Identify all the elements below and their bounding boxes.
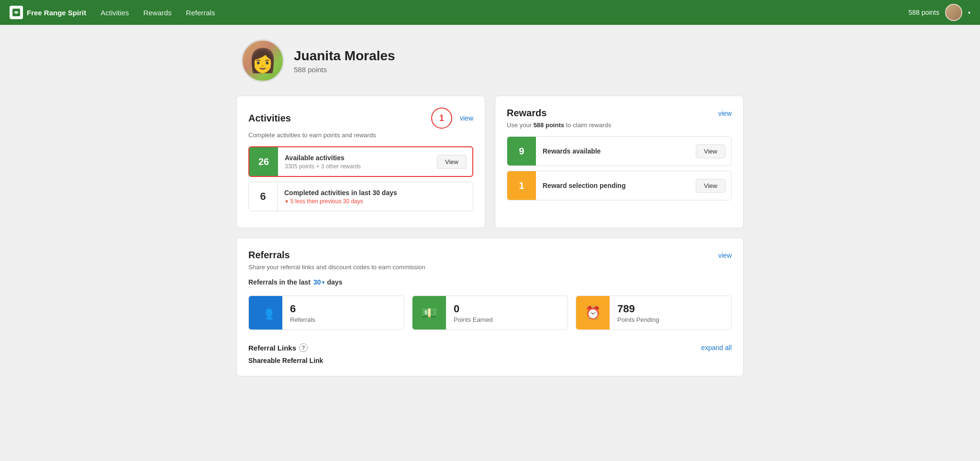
referrals-stat-info: 6 Referrals xyxy=(282,298,404,328)
points-pending-stat-info: 789 Points Pending xyxy=(610,298,731,328)
referral-links-section: Referral Links ? expand all Shareable Re… xyxy=(248,343,732,364)
nav-user-avatar[interactable] xyxy=(945,4,962,21)
brand[interactable]: Free Range Spirit xyxy=(10,6,86,19)
referral-links-title: Referral Links ? xyxy=(248,343,308,352)
rewards-card: Rewards view Use your 588 points to clai… xyxy=(495,96,744,228)
nav-activities[interactable]: Activities xyxy=(100,9,129,17)
points-earned-number: 0 xyxy=(454,303,560,315)
filter-suffix: days xyxy=(327,278,343,286)
info-icon[interactable]: ? xyxy=(299,343,308,352)
rewards-row-available: 9 Rewards available View xyxy=(507,136,732,166)
notification-number: 1 xyxy=(439,113,444,123)
rewards-subtitle-points: 588 points xyxy=(534,121,564,129)
available-badge-value: 26 xyxy=(258,156,269,167)
referrals-view-link[interactable]: view xyxy=(718,252,732,259)
points-pending-icon-box: ⏰ xyxy=(576,296,610,329)
points-earned-icon: 💵 xyxy=(422,306,437,320)
referrals-number: 6 xyxy=(290,303,396,315)
nav-rewards[interactable]: Rewards xyxy=(143,9,171,17)
referrals-icon: 👥 xyxy=(258,306,273,320)
activities-card-subtitle: Complete activities to earn points and r… xyxy=(248,132,473,139)
rewards-available-view-button[interactable]: View xyxy=(696,144,725,158)
points-pending-icon: ⏰ xyxy=(585,306,601,320)
notification-badge-wrapper: 1 xyxy=(431,108,452,129)
available-badge: 26 xyxy=(249,147,278,176)
filter-prefix: Referrals in the last xyxy=(248,278,311,286)
activity-row-available: 26 Available activities 3305 points + 3 … xyxy=(248,146,473,177)
days-filter-dropdown[interactable]: 30 ▾ xyxy=(313,278,324,286)
profile-avatar xyxy=(241,39,284,82)
rewards-pending-view-button[interactable]: View xyxy=(696,179,725,193)
activities-card: Activities 1 view Complete activities to… xyxy=(236,96,485,228)
navbar: Free Range Spirit Activities Rewards Ref… xyxy=(0,0,980,25)
points-earned-stat-info: 0 Points Earned xyxy=(446,298,568,328)
rewards-card-title: Rewards xyxy=(507,108,546,119)
brand-name: Free Range Spirit xyxy=(27,9,86,17)
navbar-links: Activities Rewards Referrals xyxy=(100,9,908,17)
activity-row-completed: 6 Completed activities in last 30 days 5… xyxy=(248,182,473,211)
referral-links-title-text: Referral Links xyxy=(248,344,296,352)
rewards-pending-title: Reward selection pending xyxy=(543,182,689,189)
rewards-pending-badge: 1 xyxy=(507,171,536,200)
rewards-view-link[interactable]: view xyxy=(718,110,732,117)
profile-points: 588 points xyxy=(294,66,395,74)
referrals-icon-box: 👥 xyxy=(249,296,282,329)
referrals-title: Referrals xyxy=(248,250,290,261)
stats-row: 👥 6 Referrals 💵 0 Points Earned xyxy=(248,296,732,330)
rewards-available-badge: 9 xyxy=(507,137,536,165)
rewards-available-badge-value: 9 xyxy=(519,146,524,157)
rewards-row-pending: 1 Reward selection pending View xyxy=(507,171,732,200)
points-earned-icon-box: 💵 xyxy=(412,296,446,329)
activities-card-header: Activities 1 view xyxy=(248,108,473,129)
points-pending-number: 789 xyxy=(617,303,724,315)
days-value: 30 xyxy=(313,278,321,286)
completed-badge: 6 xyxy=(249,182,278,211)
rewards-available-info: Rewards available xyxy=(536,143,696,160)
available-activity-info: Available activities 3305 points + 3 oth… xyxy=(278,149,437,175)
activities-view-link[interactable]: view xyxy=(460,114,473,122)
referrals-filter-row: Referrals in the last 30 ▾ days xyxy=(248,278,732,286)
referrals-subtitle: Share your referral links and discount c… xyxy=(248,263,732,271)
rewards-subtitle-suffix: to claim rewards xyxy=(564,121,611,129)
shareable-link-title: Shareable Referral Link xyxy=(248,357,732,364)
rewards-card-subtitle: Use your 588 points to claim rewards xyxy=(507,121,732,129)
referrals-header: Referrals view xyxy=(248,250,732,261)
activities-card-title: Activities xyxy=(248,113,291,124)
rewards-pending-info: Reward selection pending xyxy=(536,177,696,194)
nav-referrals[interactable]: Referrals xyxy=(186,9,215,17)
rewards-subtitle-prefix: Use your xyxy=(507,121,534,129)
stat-referrals: 👥 6 Referrals xyxy=(248,296,404,330)
nav-dropdown-arrow[interactable]: ▾ xyxy=(968,10,970,15)
points-earned-label: Points Earned xyxy=(454,316,560,323)
completed-activity-subtitle: 5 less then previous 30 days xyxy=(284,198,466,205)
referrals-card: Referrals view Share your referral links… xyxy=(236,238,744,376)
rewards-card-header: Rewards view xyxy=(507,108,732,119)
available-view-button[interactable]: View xyxy=(437,155,467,169)
main-content: Juanita Morales 588 points Activities 1 … xyxy=(227,25,753,400)
profile-info: Juanita Morales 588 points xyxy=(294,48,395,74)
expand-all-link[interactable]: expand all xyxy=(701,344,732,351)
cards-row: Activities 1 view Complete activities to… xyxy=(236,96,744,228)
referral-links-header: Referral Links ? expand all xyxy=(248,343,732,352)
available-activity-title: Available activities xyxy=(285,154,430,162)
nav-points: 588 points xyxy=(908,9,939,16)
stat-points-pending: ⏰ 789 Points Pending xyxy=(576,296,732,330)
dropdown-arrow-icon: ▾ xyxy=(322,280,324,285)
stat-points-earned: 💵 0 Points Earned xyxy=(412,296,568,330)
navbar-right: 588 points ▾ xyxy=(908,4,970,21)
available-activity-subtitle: 3305 points + 3 other rewards xyxy=(285,163,430,170)
rewards-available-title: Rewards available xyxy=(543,147,689,155)
completed-activity-title: Completed activities in last 30 days xyxy=(284,189,466,197)
profile-name: Juanita Morales xyxy=(294,48,395,64)
profile-section: Juanita Morales 588 points xyxy=(236,39,744,82)
notification-circle: 1 xyxy=(431,108,452,129)
referrals-label: Referrals xyxy=(290,316,396,323)
completed-badge-value: 6 xyxy=(260,190,266,203)
rewards-pending-badge-value: 1 xyxy=(519,180,524,191)
completed-activity-info: Completed activities in last 30 days 5 l… xyxy=(278,184,473,209)
points-pending-label: Points Pending xyxy=(617,316,724,323)
brand-icon xyxy=(10,6,23,19)
